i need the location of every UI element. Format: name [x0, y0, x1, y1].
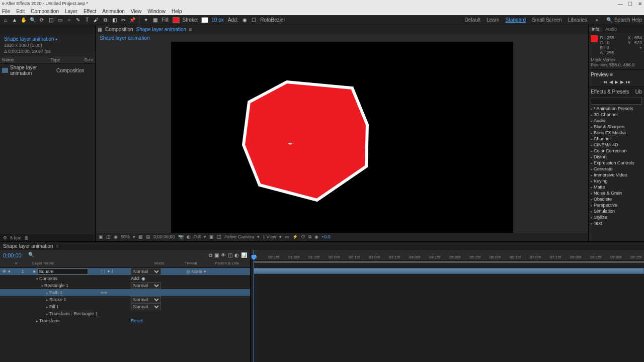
stroke-width[interactable]: 10 px — [211, 17, 223, 23]
layer-transform-row[interactable]: ▸Transform Reset — [0, 317, 250, 324]
search-icon[interactable]: 🔍 — [606, 17, 612, 23]
trash-icon[interactable]: 🗑 — [24, 235, 29, 240]
menu-help[interactable]: Help — [172, 9, 182, 14]
workspace-small-screen[interactable]: Small Screen — [532, 17, 561, 23]
layer-row[interactable]: 👁 ▾ 1 ★ ⬚ ✦ / Normal ◎ None ▾ — [0, 268, 250, 275]
stroke-mode-dropdown[interactable]: Normal — [131, 296, 161, 303]
always-preview-icon[interactable]: ▣ — [99, 234, 103, 239]
snap-grid-icon[interactable]: ▦ — [151, 17, 158, 24]
timeline-search-icon[interactable]: 🔍 — [28, 252, 35, 259]
orbit-tool-icon[interactable]: ⟳ — [38, 17, 45, 24]
roi-icon[interactable]: ▣ — [209, 234, 214, 239]
layer-duration-bar[interactable] — [254, 268, 644, 274]
transparency-grid-icon[interactable]: ◫ — [217, 234, 221, 239]
layer-name-input[interactable] — [38, 268, 88, 275]
menu-effect[interactable]: Effect — [84, 9, 96, 14]
camera-chevron-icon[interactable]: ▾ — [257, 234, 260, 239]
stroke-swatch[interactable] — [201, 17, 208, 23]
menu-file[interactable]: File — [2, 9, 10, 14]
flowchart-icon[interactable]: ⧉ — [308, 234, 311, 240]
effects-category[interactable]: Channel — [589, 136, 644, 142]
effects-category[interactable]: Expression Controls — [589, 160, 644, 166]
timeline-icon[interactable]: ⏱ — [301, 234, 305, 239]
effects-label[interactable]: Effects & Presets — [591, 89, 629, 95]
effects-category[interactable]: Generate — [589, 166, 644, 172]
zoom-tool-icon[interactable]: 🔍 — [29, 17, 36, 24]
bpc-button[interactable]: 8 bpc — [10, 235, 21, 240]
workspace-learn[interactable]: Learn — [487, 17, 500, 23]
ellipse-tool-icon[interactable]: ○ — [65, 17, 72, 24]
reset-exposure-icon[interactable]: ◉ — [314, 234, 318, 239]
graph-editor-icon[interactable]: 📊 — [241, 252, 247, 258]
layer-rectangle-row[interactable]: ▾Rectangle 1 Normal — [0, 282, 250, 289]
effects-category[interactable]: Obsolete — [589, 196, 644, 202]
selection-tool-icon[interactable]: ▲ — [11, 17, 18, 24]
effects-category[interactable]: Text — [589, 220, 644, 226]
hide-shy-icon[interactable]: 👁 — [221, 252, 226, 258]
transform-reset[interactable]: Reset — [131, 318, 166, 323]
effects-category[interactable]: Keying — [589, 178, 644, 184]
brush-tool-icon[interactable]: 🖌 — [93, 17, 100, 24]
effects-category[interactable]: Audio — [589, 118, 644, 124]
channels-icon[interactable]: ◐ — [187, 234, 191, 239]
effects-category[interactable]: CINEMA 4D — [589, 142, 644, 148]
views-chevron-icon[interactable]: ▾ — [279, 234, 282, 239]
timeline-tab-close-icon[interactable]: ≡ — [56, 243, 59, 249]
eraser-tool-icon[interactable]: ◧ — [111, 17, 118, 24]
menu-layer[interactable]: Layer — [65, 9, 77, 14]
mask-icon[interactable]: ◉ — [114, 234, 118, 239]
play-icon[interactable]: ▶ — [615, 79, 618, 84]
grid-icon[interactable]: ▦ — [138, 234, 143, 239]
project-item[interactable]: Shape layer animation Composition — [0, 64, 95, 77]
workspace-default[interactable]: Default — [464, 17, 480, 23]
resolution-dropdown[interactable]: Full — [194, 234, 201, 239]
active-camera-dropdown[interactable]: Active Camera — [224, 234, 254, 239]
menu-edit[interactable]: Edit — [16, 9, 25, 14]
menu-composition[interactable]: Composition — [31, 9, 59, 14]
layer-path-row[interactable]: ▸Path 1 ⟺ — [0, 289, 250, 296]
layer-fill-row[interactable]: ▸Fill 1 Normal — [0, 303, 250, 310]
effects-category[interactable]: Color Correction — [589, 148, 644, 154]
layer-mode-dropdown[interactable]: Normal — [131, 268, 161, 275]
tab-audio[interactable]: Audio — [602, 27, 620, 32]
octagon-shape[interactable] — [242, 77, 382, 208]
effects-category[interactable]: Stylize — [589, 214, 644, 220]
minimize-icon[interactable]: — — [618, 1, 623, 7]
type-tool-icon[interactable]: T — [84, 17, 91, 24]
composition-sub-tab[interactable]: Shape layer animation — [100, 35, 150, 41]
prev-frame-icon[interactable]: ◀ — [609, 79, 613, 84]
motion-blur-icon[interactable]: ◐ — [234, 252, 239, 258]
composition-viewer[interactable]: ✒ — [96, 42, 588, 233]
composition-crumb-active[interactable]: Shape layer animation — [136, 27, 187, 32]
tab-info[interactable]: Info — [589, 27, 602, 32]
effects-category[interactable]: Blur & Sharpen — [589, 124, 644, 130]
search-help-label[interactable]: Search Help — [614, 17, 642, 23]
workspace-standard[interactable]: Standard — [506, 17, 526, 23]
pixel-aspect-icon[interactable]: ▭ — [285, 234, 289, 239]
fill-swatch[interactable] — [173, 17, 180, 23]
guides-icon[interactable]: ▤ — [146, 234, 150, 239]
effects-category[interactable]: * Animation Presets — [589, 106, 644, 112]
timeline-ruler[interactable]: :00f00:15f01:00f01:15f02:00f02:15f03:00f… — [251, 250, 644, 261]
snapshot-icon[interactable]: 📷 — [178, 234, 184, 239]
exposure-value[interactable]: +0.0 — [321, 234, 331, 239]
interpret-icon[interactable]: ⚙ — [3, 235, 7, 240]
home-icon[interactable]: ⌂ — [2, 17, 9, 24]
effects-category[interactable]: Immersive Video — [589, 172, 644, 178]
maximize-icon[interactable]: ☐ — [628, 1, 632, 7]
menu-view[interactable]: View — [131, 9, 142, 14]
timeline-tab[interactable]: Shape layer animation — [3, 243, 53, 249]
hand-tool-icon[interactable]: ✋ — [20, 17, 27, 24]
current-time[interactable]: 0;00;00 — [3, 252, 28, 258]
first-frame-icon[interactable]: ⏮ — [603, 79, 607, 84]
col-size[interactable]: Size — [84, 57, 93, 62]
transparency-icon[interactable]: ◫ — [106, 234, 111, 239]
views-dropdown[interactable]: 1 View — [263, 234, 276, 239]
close-icon[interactable]: ✕ — [638, 1, 642, 7]
comp-mini-flowchart-icon[interactable]: ⧉ — [209, 252, 212, 258]
pen-tool-icon[interactable]: ✎ — [74, 17, 82, 24]
last-frame-icon[interactable]: ⏭ — [626, 79, 630, 84]
composition-canvas[interactable]: ✒ — [171, 42, 513, 233]
workspace-overflow-icon[interactable]: » — [593, 17, 600, 24]
col-name[interactable]: Name — [2, 57, 50, 62]
